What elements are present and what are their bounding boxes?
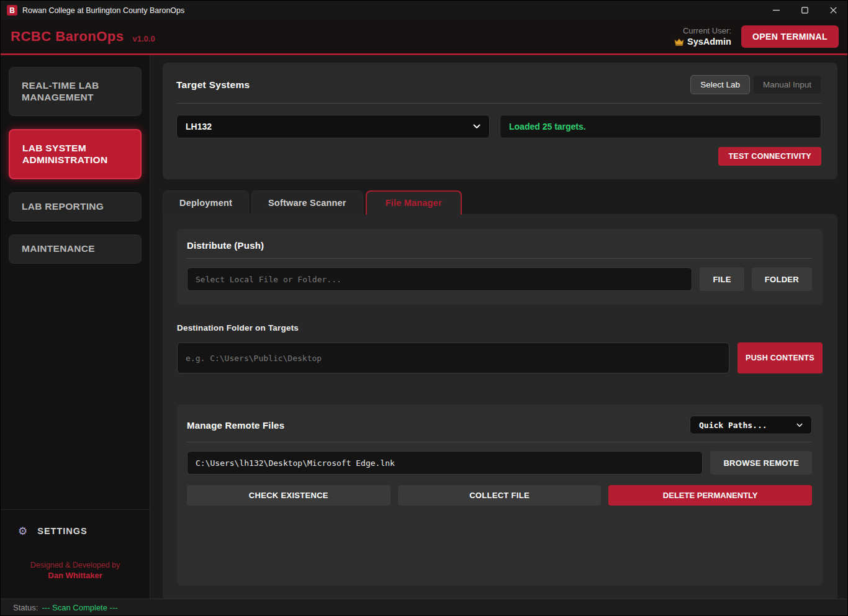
status-bar: Status: --- Scan Complete --- [1,599,847,615]
credits-line2: Dan Whittaker [1,570,150,581]
divider [187,258,812,259]
settings-label: SETTINGS [37,526,88,536]
check-existence-button[interactable]: CHECK EXISTENCE [187,485,390,506]
quick-paths-select[interactable]: Quick Paths... [690,416,812,434]
load-status-box: Loaded 25 targets. [500,115,821,138]
select-lab-button[interactable]: Select Lab [690,75,750,94]
close-button[interactable] [819,1,847,20]
current-user-name: SysAdmin [674,36,731,47]
credits-line1: Designed & Developed by [1,560,150,571]
destination-section: Destination Folder on Targets PUSH CONTE… [177,323,823,373]
tab-file-manager[interactable]: File Manager [366,190,462,215]
chevron-down-icon [796,423,803,427]
settings-button[interactable]: ⚙ SETTINGS [1,519,150,544]
gear-icon: ⚙ [18,525,27,538]
target-systems-title: Target Systems [176,79,250,91]
target-systems-panel: Target Systems Select Lab Manual Input L… [163,63,837,179]
distribute-push-group: Distribute (Push) FILE FOLDER [177,229,823,305]
current-user-block: Current User: SysAdmin [674,26,731,47]
file-manager-panel: Distribute (Push) FILE FOLDER Destinatio… [163,214,837,601]
window-title: Rowan College at Burlington County Baron… [22,6,184,15]
remote-path-input[interactable] [187,451,703,475]
app-window: B Rowan College at Burlington County Bar… [0,0,848,616]
crown-icon [674,38,684,46]
current-user-value: SysAdmin [687,36,731,47]
lab-select[interactable]: LH132 [176,115,490,138]
sidebar-item-realtime-lab-management[interactable]: REAL-TIME LAB MANAGEMENT [9,67,142,116]
app-logo-icon: B [7,5,17,16]
browse-remote-button[interactable]: BROWSE REMOTE [710,451,812,475]
sidebar-item-maintenance[interactable]: MAINTENANCE [9,234,142,264]
current-user-label: Current User: [674,26,731,36]
sidebar-item-lab-system-administration[interactable]: LAB SYSTEM ADMINISTRATION [9,129,142,179]
push-contents-button[interactable]: PUSH CONTENTS [737,342,823,373]
credits: Designed & Developed by Dan Whittaker [1,560,150,581]
sidebar: REAL-TIME LAB MANAGEMENT LAB SYSTEM ADMI… [1,55,150,599]
app-header: RCBC BaronOps v1.0.0 Current User: SysAd… [1,20,847,55]
title-bar: B Rowan College at Burlington County Bar… [1,1,847,20]
main-content: Target Systems Select Lab Manual Input L… [150,55,847,599]
test-connectivity-button[interactable]: TEST CONNECTIVITY [718,147,821,166]
folder-button[interactable]: FOLDER [752,267,812,291]
maximize-icon [801,7,808,14]
manage-remote-files-group: Manage Remote Files Quick Paths... BROWS… [177,404,823,586]
distribute-push-title: Distribute (Push) [187,240,264,251]
status-value: --- Scan Complete --- [42,603,117,612]
close-icon [830,7,837,14]
manage-remote-files-title: Manage Remote Files [187,420,284,431]
minimize-button[interactable] [762,1,790,20]
local-source-input[interactable] [187,267,692,291]
tab-software-scanner[interactable]: Software Scanner [251,190,363,215]
file-button[interactable]: FILE [700,267,744,291]
open-terminal-button[interactable]: OPEN TERMINAL [741,25,839,48]
brand-title: RCBC BaronOps [11,29,124,45]
version-label: v1.0.0 [133,34,155,43]
tab-bar: Deployment Software Scanner File Manager [163,190,837,215]
target-mode-toggle: Select Lab Manual Input [690,75,821,94]
sidebar-footer: ⚙ SETTINGS Designed & Developed by Dan W… [1,509,150,599]
maximize-button[interactable] [790,1,819,20]
minimize-icon [773,7,780,14]
quick-paths-value: Quick Paths... [699,421,767,430]
chevron-down-icon [473,124,480,129]
status-label: Status: [13,603,38,612]
lab-select-value: LH132 [186,122,212,132]
sidebar-item-lab-reporting[interactable]: LAB REPORTING [9,192,142,221]
tab-deployment[interactable]: Deployment [163,190,249,215]
delete-permanently-button[interactable]: DELETE PERMANENTLY [608,485,812,506]
destination-folder-input[interactable] [177,342,729,373]
manual-input-button[interactable]: Manual Input [753,75,821,94]
divider [187,442,812,442]
destination-label: Destination Folder on Targets [177,323,823,333]
collect-file-button[interactable]: COLLECT FILE [398,485,602,506]
